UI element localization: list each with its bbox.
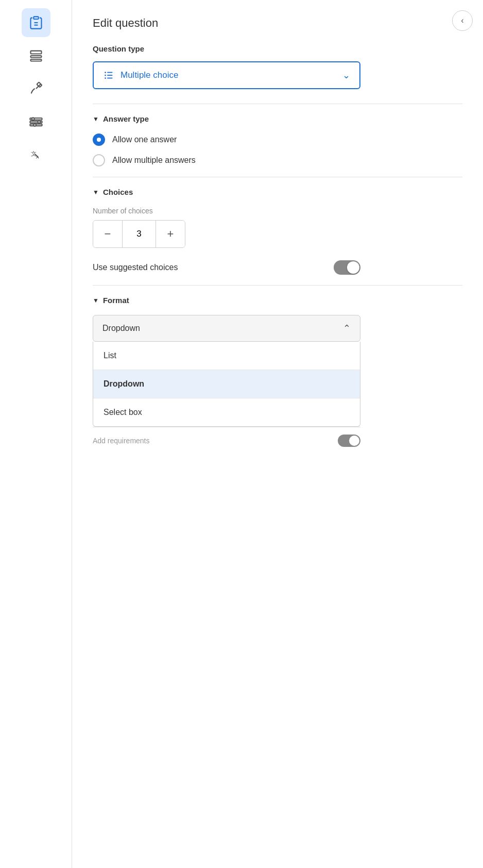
format-dropdown[interactable]: Dropdown ⌃: [93, 315, 360, 342]
sidebar-icon-translate[interactable]: 文 A: [22, 140, 50, 169]
choices-header: ▼ Choices: [93, 188, 462, 196]
format-option-dropdown[interactable]: Dropdown: [93, 370, 360, 398]
format-option-list[interactable]: List: [93, 342, 360, 370]
answer-type-header: ▼ Answer type: [93, 114, 462, 123]
suggested-choices-toggle[interactable]: [334, 260, 360, 275]
format-header: ▼ Format: [93, 296, 462, 305]
requirements-label: Add requirements: [93, 437, 150, 445]
svg-point-12: [33, 124, 36, 126]
chevron-up-icon: ⌃: [343, 323, 351, 334]
number-of-choices-label: Number of choices: [93, 207, 462, 215]
main-panel: ‹ Edit question Question type Multiple c…: [72, 0, 483, 868]
radio-allow-one[interactable]: Allow one answer: [93, 133, 462, 146]
radio-allow-multiple-label: Allow multiple answers: [112, 156, 196, 165]
toggle-thumb: [347, 261, 359, 274]
chevron-down-icon: ⌄: [342, 70, 350, 81]
requirements-toggle-thumb: [349, 436, 359, 446]
layout-icon: [29, 48, 43, 63]
svg-text:文: 文: [30, 151, 36, 157]
question-type-left: Multiple choice: [103, 70, 178, 81]
svg-point-11: [38, 121, 40, 123]
choices-label: Choices: [103, 188, 133, 196]
svg-rect-5: [30, 59, 41, 61]
divider-3: [93, 285, 462, 286]
answer-type-options: Allow one answer Allow multiple answers: [93, 133, 462, 166]
radio-allow-one-circle: [93, 133, 105, 146]
requirements-toggle[interactable]: [338, 435, 360, 447]
sidebar-icon-brush[interactable]: [22, 74, 50, 103]
sidebar-icon-settings[interactable]: [22, 107, 50, 136]
radio-allow-multiple[interactable]: Allow multiple answers: [93, 154, 462, 166]
requirements-row: Add requirements: [93, 427, 360, 454]
decrement-button[interactable]: −: [93, 221, 122, 247]
question-type-dropdown[interactable]: Multiple choice ⌄: [93, 61, 360, 89]
format-option-selectbox[interactable]: Select box: [93, 398, 360, 426]
back-button[interactable]: ‹: [452, 10, 473, 31]
clipboard-icon: [29, 15, 43, 30]
format-selected-value: Dropdown: [102, 324, 140, 333]
question-type-value: Multiple choice: [120, 70, 178, 80]
list-bullets-icon: [103, 70, 114, 81]
svg-point-20: [105, 77, 106, 79]
svg-point-16: [105, 72, 106, 73]
settings-icon: [29, 114, 43, 129]
format-arrow: ▼: [93, 297, 99, 304]
radio-allow-one-label: Allow one answer: [112, 135, 177, 144]
divider-2: [93, 177, 462, 177]
format-dropdown-menu: List Dropdown Select box: [93, 342, 360, 427]
svg-rect-4: [30, 56, 41, 58]
increment-button[interactable]: +: [156, 221, 185, 247]
divider-1: [93, 104, 462, 104]
stepper-value: 3: [122, 221, 156, 247]
answer-type-label: Answer type: [103, 114, 149, 123]
page-title: Edit question: [93, 16, 462, 30]
brush-icon: [29, 81, 43, 96]
number-stepper: − 3 +: [93, 220, 185, 248]
svg-rect-3: [30, 51, 41, 54]
question-type-label: Question type: [93, 44, 462, 53]
svg-point-18: [105, 75, 106, 76]
suggested-choices-label: Use suggested choices: [93, 263, 178, 272]
choices-arrow: ▼: [93, 189, 99, 196]
svg-rect-0: [33, 16, 38, 19]
svg-point-10: [31, 118, 34, 120]
radio-allow-multiple-circle: [93, 154, 105, 166]
sidebar-icon-clipboard[interactable]: [22, 8, 50, 37]
sidebar: 文 A: [0, 0, 72, 868]
format-label: Format: [103, 296, 129, 305]
suggested-choices-row: Use suggested choices: [93, 260, 360, 275]
translate-icon: 文 A: [29, 147, 43, 162]
answer-type-arrow: ▼: [93, 115, 99, 123]
sidebar-icon-layout[interactable]: [22, 41, 50, 70]
